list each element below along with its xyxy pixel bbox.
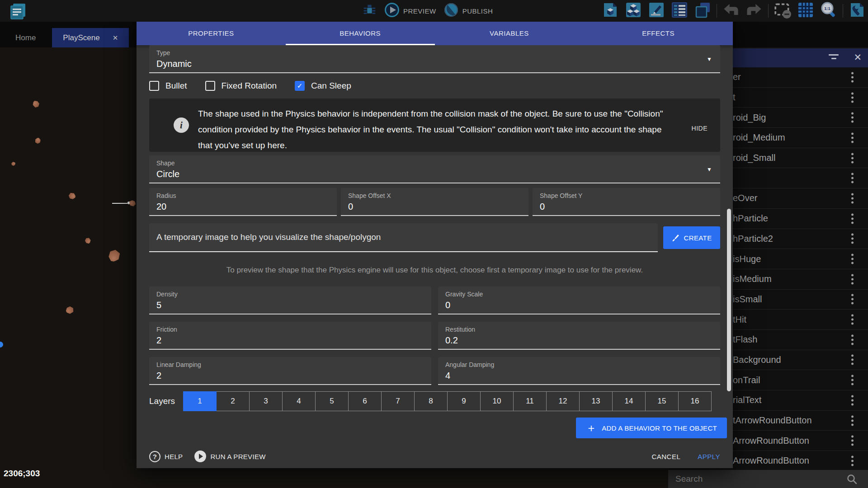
tab-home[interactable]: Home xyxy=(5,28,47,47)
field-value: 0 xyxy=(348,202,521,212)
layer-button-16[interactable]: 16 xyxy=(678,391,712,411)
add-behavior-button[interactable]: ＋ ADD A BEHAVIOR TO THE OBJECT xyxy=(576,418,727,438)
redo-icon[interactable] xyxy=(745,1,763,21)
layer-button-15[interactable]: 15 xyxy=(645,391,679,411)
kebab-menu-icon[interactable] xyxy=(851,455,854,466)
layer-button-5[interactable]: 5 xyxy=(315,391,349,411)
run-preview-button[interactable]: RUN A PREVIEW xyxy=(194,450,265,462)
checkbox-can-sleep[interactable]: ✓Can Sleep xyxy=(295,81,351,91)
field-label: Angular Damping xyxy=(445,361,713,368)
kebab-menu-icon[interactable] xyxy=(851,395,854,405)
debug-icon[interactable] xyxy=(362,2,377,19)
layer-button-11[interactable]: 11 xyxy=(513,391,547,411)
linear-damping-field[interactable]: Linear Damping 2 xyxy=(149,357,431,385)
dialog-tab-effects[interactable]: EFFECTS xyxy=(584,21,733,45)
tab-playscene[interactable]: PlayScene ✕ xyxy=(52,28,129,47)
close-tab-icon[interactable]: ✕ xyxy=(113,28,118,47)
dialog-tab-behaviors[interactable]: BEHAVIORS xyxy=(286,21,435,45)
kebab-menu-icon[interactable] xyxy=(851,234,854,244)
layer-button-14[interactable]: 14 xyxy=(612,391,646,411)
edit-object-icon[interactable] xyxy=(601,1,619,21)
restitution-field[interactable]: Restitution 0.2 xyxy=(438,322,720,350)
checkbox-fixed-rotation[interactable]: Fixed Rotation xyxy=(205,81,277,91)
kebab-menu-icon[interactable] xyxy=(851,92,854,103)
friction-field[interactable]: Friction 2 xyxy=(149,322,431,350)
gravity-scale-field[interactable]: Gravity Scale 0 xyxy=(438,286,720,314)
shape-offset-x-field[interactable]: Shape Offset X 0 xyxy=(341,188,528,216)
kebab-menu-icon[interactable] xyxy=(851,113,854,123)
open-layers-icon[interactable] xyxy=(693,1,712,21)
apply-button[interactable]: APPLY xyxy=(698,453,720,460)
physics-params-row-2: Friction 2 Restitution 0.2 xyxy=(149,322,720,350)
layer-button-2[interactable]: 2 xyxy=(216,391,250,411)
kebab-menu-icon[interactable] xyxy=(851,254,854,264)
layers-label: Layers xyxy=(149,396,184,406)
create-button[interactable]: CREATE xyxy=(663,226,720,249)
kebab-menu-icon[interactable] xyxy=(851,294,854,305)
kebab-menu-icon[interactable] xyxy=(851,355,854,365)
shape-select[interactable]: Shape Circle ▼ xyxy=(149,155,720,183)
layer-button-13[interactable]: 13 xyxy=(579,391,613,411)
undo-icon[interactable] xyxy=(722,1,740,21)
kebab-menu-icon[interactable] xyxy=(851,193,854,203)
field-value: 0 xyxy=(540,202,713,212)
kebab-menu-icon[interactable] xyxy=(851,415,854,426)
layer-button-1[interactable]: 1 xyxy=(183,391,217,411)
field-value: 0.2 xyxy=(445,335,713,346)
asteroid-sprite xyxy=(106,248,123,264)
grid-icon[interactable] xyxy=(797,1,815,21)
edit-instances-icon[interactable] xyxy=(624,1,642,21)
checkbox-unchecked-icon xyxy=(205,81,215,91)
layer-button-9[interactable]: 9 xyxy=(447,391,481,411)
angular-damping-field[interactable]: Angular Damping 4 xyxy=(438,357,720,385)
filter-icon[interactable] xyxy=(828,54,839,59)
dialog-body: Type Dynamic ▼ BulletFixed Rotation✓Can … xyxy=(137,45,733,445)
layers-buttons: 12345678910111213141516 xyxy=(184,391,712,411)
help-button[interactable]: ? HELP xyxy=(149,451,183,462)
dialog-scrollbar[interactable] xyxy=(727,209,731,391)
layer-button-8[interactable]: 8 xyxy=(414,391,448,411)
search-input[interactable] xyxy=(675,474,838,484)
temp-image-field[interactable]: A temporary image to help you visualize … xyxy=(149,223,658,252)
layer-button-4[interactable]: 4 xyxy=(282,391,316,411)
kebab-menu-icon[interactable] xyxy=(851,334,854,345)
radius-field[interactable]: Radius 20 xyxy=(149,188,337,216)
preview-button[interactable]: PREVIEW xyxy=(384,2,436,19)
kebab-menu-icon[interactable] xyxy=(851,72,854,82)
publish-button[interactable]: PUBLISH xyxy=(443,2,493,19)
kebab-menu-icon[interactable] xyxy=(851,153,854,163)
add-behavior-label: ADD A BEHAVIOR TO THE OBJECT xyxy=(602,424,717,432)
debugger-tools-icon[interactable] xyxy=(848,1,866,21)
density-field[interactable]: Density 5 xyxy=(149,286,431,314)
kebab-menu-icon[interactable] xyxy=(851,213,854,224)
cancel-button[interactable]: CANCEL xyxy=(651,453,680,460)
zoom-original-icon[interactable]: 1:1 xyxy=(820,1,838,21)
layer-button-12[interactable]: 12 xyxy=(546,391,580,411)
kebab-menu-icon[interactable] xyxy=(851,314,854,325)
layer-button-6[interactable]: 6 xyxy=(348,391,382,411)
edit-scene-icon[interactable] xyxy=(647,1,665,21)
field-label: Gravity Scale xyxy=(445,291,713,298)
chevron-down-icon: ▼ xyxy=(707,56,712,62)
gdevelop-window: PREVIEW PUBLISH xyxy=(0,0,868,488)
layer-button-10[interactable]: 10 xyxy=(480,391,514,411)
kebab-menu-icon[interactable] xyxy=(851,173,854,183)
help-icon: ? xyxy=(149,451,160,462)
checkbox-bullet[interactable]: Bullet xyxy=(149,81,187,91)
close-panel-icon[interactable]: ✕ xyxy=(854,52,862,63)
layer-button-3[interactable]: 3 xyxy=(249,391,283,411)
hide-button[interactable]: HIDE xyxy=(692,125,708,132)
project-manager-icon[interactable] xyxy=(8,2,27,23)
layer-button-7[interactable]: 7 xyxy=(381,391,415,411)
kebab-menu-icon[interactable] xyxy=(851,274,854,284)
kebab-menu-icon[interactable] xyxy=(851,132,854,143)
dialog-tab-variables[interactable]: VARIABLES xyxy=(435,21,584,45)
type-select[interactable]: Type Dynamic ▼ xyxy=(149,45,720,73)
open-events-icon[interactable] xyxy=(670,1,689,21)
deselect-icon[interactable] xyxy=(774,1,792,21)
field-label: Linear Damping xyxy=(156,361,424,368)
kebab-menu-icon[interactable] xyxy=(851,375,854,385)
kebab-menu-icon[interactable] xyxy=(851,436,854,446)
shape-offset-y-field[interactable]: Shape Offset Y 0 xyxy=(533,188,720,216)
dialog-tab-properties[interactable]: PROPERTIES xyxy=(137,21,286,45)
